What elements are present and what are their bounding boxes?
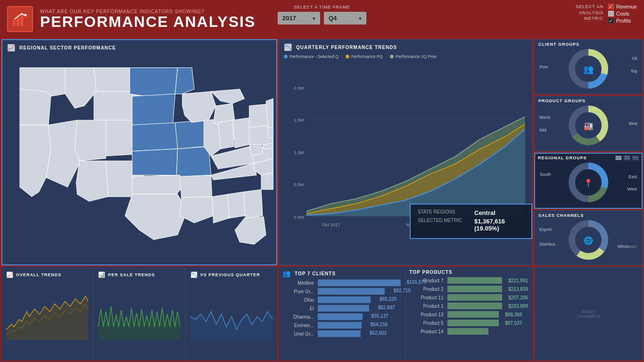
client-bar-container-5: $54,239	[318, 322, 401, 329]
more-icon[interactable]: ⋯	[632, 156, 639, 160]
overall-trends-icon: 📈	[6, 272, 14, 278]
client-bar-2: $65,320	[318, 296, 371, 303]
year-dropdown-wrapper[interactable]: 2017 2016 2015 ▼	[278, 12, 320, 25]
client-groups-panel: CLIENT GROUPS Poor Ok Top 👥	[534, 39, 643, 94]
per-sale-trends-section: 📊 PER SALE TRENDS	[93, 267, 185, 361]
client-bar-container-3: $62,887	[318, 305, 401, 312]
time-selector-label: SELECT A TIME FRAME	[278, 5, 366, 9]
svg-text:Oct 2017: Oct 2017	[322, 222, 340, 227]
product-row-3: Product 1 $203,089	[406, 302, 533, 310]
vs-previous-chart	[188, 278, 275, 355]
vs-previous-title: 📉 VS PREVIOUS QUARTER	[188, 269, 275, 278]
product-name-3: Product 1	[411, 304, 444, 309]
client-bar-container-4: $55,137	[318, 313, 401, 320]
scroll-line-2	[616, 157, 621, 158]
client-value-6: $52,602	[370, 330, 387, 336]
scroll-icon	[615, 156, 622, 160]
client-value-0: $101,574	[407, 280, 427, 285]
metric-costs[interactable]: Costs	[608, 11, 637, 16]
products-panel-title: TOP PRODUCTS	[406, 267, 533, 276]
regional-groups-donut-area: South East West 📍	[535, 162, 642, 203]
product-row-4: Product 13 $98,368	[406, 310, 533, 319]
metric-revenue[interactable]: ✓ Revenue	[608, 4, 637, 9]
client-name-5: Eminen...	[283, 323, 314, 328]
sales-channels-title-text: SALES CHANNELS	[538, 213, 584, 218]
client-value-5: $54,239	[371, 322, 388, 327]
client-value-2: $65,320	[380, 296, 396, 302]
product-bar-2	[447, 294, 503, 301]
client-bar-container-2: $65,320	[318, 296, 401, 303]
client-row-1: Pure Gr... $82,715	[279, 287, 405, 296]
client-groups-donut-area: Poor Ok Top 👥	[535, 48, 642, 90]
client-name-3: El	[283, 306, 314, 311]
client-groups-donut: 👥	[567, 48, 610, 90]
quarter-dropdown-wrapper[interactable]: Q4 Q3 Q2 Q1 ▼	[324, 12, 366, 25]
svg-text:1.0M: 1.0M	[294, 150, 304, 155]
vs-previous-section: 📉 VS PREVIOUS QUARTER	[186, 267, 277, 361]
client-value-3: $62,887	[378, 305, 395, 310]
metric-profits[interactable]: ✓ Profits	[608, 18, 637, 24]
clients-title-text: TOP 7 CLIENTS	[295, 271, 336, 276]
client-value-4: $55,137	[372, 313, 388, 319]
regional-groups-panel: REGIONAL GROUPS ⛶ ⋯ South East West	[534, 153, 643, 209]
product-groups-donut: 🏭	[567, 104, 610, 147]
svg-text:2.0M: 2.0M	[294, 85, 304, 90]
metric-options: ✓ Revenue Costs ✓ Profits	[608, 4, 637, 24]
client-rows: Medline $101,574 Pure Gr... $82,715	[279, 279, 405, 338]
product-groups-mid-label: Mid	[539, 128, 546, 132]
legend-dot-pq	[346, 55, 349, 58]
quarterly-chart-svg: 2.0M 1.5M 1.0M 0.5M 0.0M	[281, 60, 530, 263]
costs-checkbox[interactable]	[608, 11, 614, 16]
quarter-dropdown[interactable]: Q4 Q3 Q2 Q1	[324, 12, 366, 25]
clients-icon: 👥	[282, 270, 291, 277]
product-value-0: $221,991	[508, 278, 528, 283]
bottom-right-text: SALESCHANNELS	[577, 309, 600, 319]
bottom-middle: 👥 TOP 7 CLIENTS Medline $101,574	[279, 267, 533, 361]
quarterly-chart-area: 2.0M 1.5M 1.0M 0.5M 0.0M	[279, 60, 532, 265]
client-bar-container-6: $52,602	[318, 330, 401, 337]
client-row-3: El $62,887	[279, 304, 405, 313]
client-bar-1: $82,715	[318, 288, 385, 295]
svg-text:Dec 2017: Dec 2017	[486, 222, 505, 227]
svg-text:1.5M: 1.5M	[294, 117, 304, 123]
client-row-5: Eminen... $54,239	[279, 321, 405, 329]
client-name-1: Pure Gr...	[283, 289, 314, 294]
clients-panel-title: 👥 TOP 7 CLIENTS	[279, 267, 405, 279]
regional-panel-title: 📈 REGIONAL SECTOR PERFORMANCE	[2, 40, 276, 53]
legend-label-selected: Performance - Selected Q	[289, 54, 339, 59]
profits-checkbox[interactable]: ✓	[608, 18, 614, 24]
products-title-text: TOP PRODUCTS	[410, 270, 453, 275]
map-area[interactable]	[2, 53, 276, 259]
client-bar-container-1: $82,715	[318, 288, 401, 295]
header: WHAT ARE OUR KEY PERFORMANCE INDICATORS …	[0, 0, 644, 38]
regional-panel-icon: 📈	[7, 44, 16, 51]
per-sale-trends-title: 📊 PER SALE TRENDS	[96, 269, 182, 278]
scroll-line-3	[616, 159, 621, 160]
revenue-checkbox[interactable]: ✓	[608, 4, 614, 9]
svg-text:0.5M: 0.5M	[294, 182, 304, 187]
bottom-right-placeholder: SALESCHANNELS	[535, 267, 642, 360]
svg-text:👥: 👥	[583, 64, 594, 74]
time-dropdowns: 2017 2016 2015 ▼ Q4 Q3 Q2 Q1 ▼	[278, 12, 366, 25]
product-bar-5	[447, 320, 499, 326]
vs-previous-icon: 📉	[190, 272, 198, 278]
client-name-6: Uriel Gr...	[283, 331, 314, 337]
expand-icon[interactable]: ⛶	[624, 156, 630, 160]
product-value-5: $97,037	[505, 321, 522, 326]
regional-groups-controls: ⛶ ⋯	[615, 156, 639, 160]
bottom-trends: 📈 OVERALL TRENDS 📊 PER SALE TRENDS	[1, 267, 277, 361]
legend-item-selected: Performance - Selected Q	[284, 54, 339, 59]
vs-previous-label: VS PREVIOUS QUARTER	[200, 272, 260, 277]
legend-dot-selected	[284, 55, 288, 58]
revenue-label: Revenue	[616, 4, 637, 9]
overall-trends-label: OVERALL TRENDS	[16, 272, 61, 277]
regional-groups-donut: 📍	[567, 161, 610, 204]
client-name-0: Medline	[283, 280, 314, 286]
year-dropdown[interactable]: 2017 2016 2015	[278, 12, 320, 25]
legend-item-2q: Performance 2Q Prior	[390, 54, 437, 59]
sales-channels-panel: SALES CHANNELS Export Distribut... Whole…	[534, 210, 643, 265]
client-name-4: Dharma...	[283, 314, 314, 320]
product-groups-title: PRODUCT GROUPS	[535, 96, 642, 104]
legend-item-pq: Performance PQ	[346, 54, 383, 59]
quarterly-panel-title: 📉 QUARTERLY PERFORMANCE TRENDS	[279, 40, 532, 53]
